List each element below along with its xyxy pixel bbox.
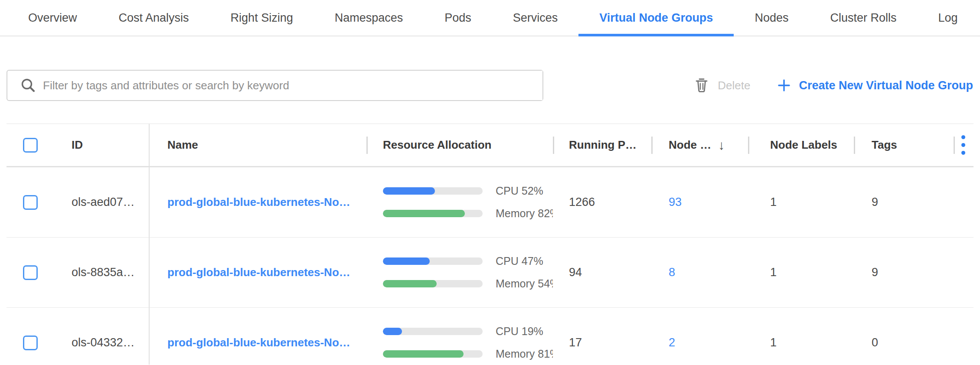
header-node-labels: Node Labels (748, 124, 854, 166)
resource-allocation-cell: CPU 47% Memory 54% (366, 238, 553, 307)
row-checkbox[interactable] (23, 336, 38, 350)
row-checkbox-cell (7, 167, 56, 237)
tab-nodes[interactable]: Nodes (734, 0, 809, 36)
create-virtual-node-group-button[interactable]: Create New Virtual Node Group (777, 78, 973, 92)
tab-bar: Overview Cost Analysis Right Sizing Name… (0, 0, 980, 36)
plus-icon (777, 78, 791, 92)
row-name-cell: prod-global-blue-kubernetes-No… (149, 238, 366, 307)
cpu-bar (383, 257, 483, 265)
running-pods-value: 17 (553, 308, 651, 365)
row-name-cell: prod-global-blue-kubernetes-No… (149, 167, 366, 237)
delete-label: Delete (718, 79, 750, 92)
tags-value: 9 (854, 238, 954, 307)
cpu-bar (383, 187, 483, 195)
row-checkbox-cell (7, 238, 56, 307)
tab-overview[interactable]: Overview (7, 0, 98, 36)
header-running-pods: Running P… (553, 124, 651, 166)
node-labels-value: 1 (748, 238, 854, 307)
delete-button[interactable]: Delete (694, 77, 750, 94)
toolbar-actions: Delete Create New Virtual Node Group (694, 70, 973, 101)
nodes-count-link[interactable]: 8 (669, 266, 675, 279)
search-input[interactable] (43, 71, 542, 100)
cpu-label: CPU 52% (496, 185, 543, 197)
nodes-count-cell: 93 (651, 167, 748, 237)
running-pods-value: 1266 (553, 167, 651, 237)
column-menu-icon[interactable] (961, 135, 965, 155)
row-name-link[interactable]: prod-global-blue-kubernetes-No… (167, 196, 350, 209)
tab-right-sizing[interactable]: Right Sizing (210, 0, 314, 36)
nodes-count-link[interactable]: 93 (669, 196, 682, 209)
tab-namespaces[interactable]: Namespaces (314, 0, 424, 36)
row-name-link[interactable]: prod-global-blue-kubernetes-No… (167, 336, 350, 349)
memory-label: Memory 82% (496, 207, 553, 220)
search-icon (20, 78, 36, 93)
row-checkbox[interactable] (23, 265, 38, 280)
tags-value: 9 (854, 167, 954, 237)
tab-virtual-node-groups[interactable]: Virtual Node Groups (578, 0, 734, 36)
row-id: ols-8835a… (56, 238, 149, 307)
row-id: ols-aed07… (56, 167, 149, 237)
table-header-row: ID Name Resource Allocation Running P… N… (7, 124, 973, 167)
header-id: ID (56, 124, 149, 166)
cpu-label: CPU 19% (496, 325, 543, 338)
resource-allocation-cell: CPU 19% Memory 81% (366, 308, 553, 365)
cpu-bar (383, 328, 483, 335)
virtual-node-groups-table: ID Name Resource Allocation Running P… N… (7, 124, 973, 365)
tab-services[interactable]: Services (492, 0, 579, 36)
nodes-count-cell: 8 (651, 238, 748, 307)
resource-allocation-cell: CPU 52% Memory 82% (366, 167, 553, 237)
nodes-count-link[interactable]: 2 (669, 336, 675, 349)
row-name-cell: prod-global-blue-kubernetes-No… (149, 308, 366, 365)
tags-value: 0 (854, 308, 954, 365)
sort-descending-icon[interactable]: ↓ (718, 138, 725, 153)
header-checkbox-cell (7, 124, 56, 166)
select-all-checkbox[interactable] (23, 138, 38, 153)
row-menu-cell (954, 167, 973, 237)
node-labels-value: 1 (748, 167, 854, 237)
node-labels-value: 1 (748, 308, 854, 365)
row-menu-cell (954, 238, 973, 307)
header-tags: Tags (854, 124, 954, 166)
memory-bar (383, 350, 483, 358)
memory-bar (383, 280, 483, 287)
memory-bar (383, 210, 483, 217)
header-menu-cell (954, 124, 973, 166)
header-node-count[interactable]: Node … ↓ (651, 124, 748, 166)
row-name-link[interactable]: prod-global-blue-kubernetes-No… (167, 266, 350, 279)
row-checkbox[interactable] (23, 195, 38, 210)
table-row: ols-8835a… prod-global-blue-kubernetes-N… (7, 238, 973, 308)
row-menu-cell (954, 308, 973, 365)
tab-pods[interactable]: Pods (424, 0, 492, 36)
tab-cluster-rolls[interactable]: Cluster Rolls (809, 0, 917, 36)
table-row: ols-aed07… prod-global-blue-kubernetes-N… (7, 167, 973, 238)
row-id: ols-04332… (56, 308, 149, 365)
table-row: ols-04332… prod-global-blue-kubernetes-N… (7, 308, 973, 365)
tab-cost-analysis[interactable]: Cost Analysis (98, 0, 210, 36)
nodes-count-cell: 2 (651, 308, 748, 365)
memory-label: Memory 54% (496, 277, 553, 290)
toolbar: Delete Create New Virtual Node Group (0, 36, 980, 124)
cpu-label: CPU 47% (496, 255, 543, 267)
header-resource-allocation: Resource Allocation (366, 124, 553, 166)
search-box[interactable] (7, 70, 543, 101)
memory-label: Memory 81% (496, 348, 553, 360)
tab-log[interactable]: Log (917, 0, 978, 36)
header-name: Name (149, 124, 366, 166)
trash-icon (694, 77, 709, 94)
row-checkbox-cell (7, 308, 56, 365)
running-pods-value: 94 (553, 238, 651, 307)
create-label: Create New Virtual Node Group (799, 79, 973, 92)
